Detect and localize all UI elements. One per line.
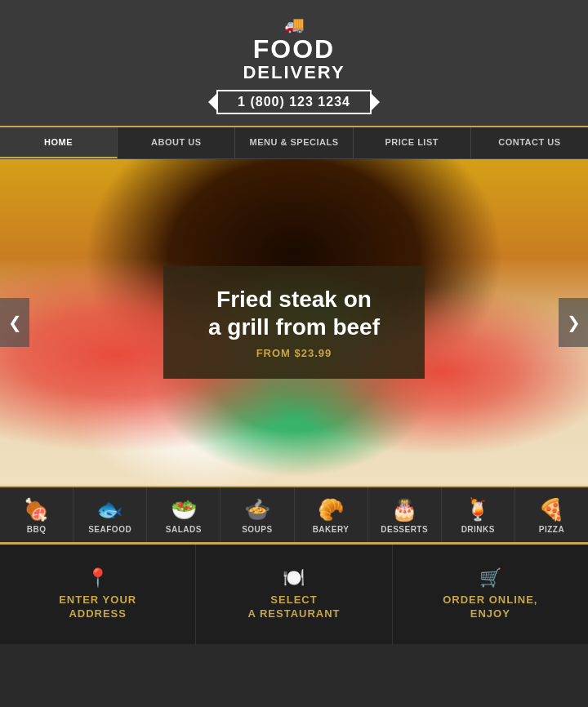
category-bar: 🍖 BBQ 🐟 SEAFOOD 🥗 SALADS 🍲 SOUPS 🥐 BAKER… [0, 486, 588, 542]
address-icon: 📍 [16, 567, 179, 589]
drinks-icon: 🍹 [445, 499, 511, 520]
step-order: 🛒 ORDER ONLINE, ENJOY [393, 545, 588, 644]
cat-salads[interactable]: 🥗 SALADS [147, 487, 220, 542]
cat-salads-label: SALADS [166, 525, 202, 534]
pizza-icon: 🍕 [519, 499, 585, 520]
cat-bakery-label: BAKERY [313, 525, 350, 534]
cat-bbq[interactable]: 🍖 BBQ [0, 487, 74, 542]
hero-prev-button[interactable]: ❮ [0, 298, 29, 347]
cat-desserts-label: DESSERTS [381, 525, 428, 534]
soups-icon: 🍲 [224, 499, 290, 520]
nav-menu[interactable]: MENU & SPECIALS [235, 127, 353, 158]
hero-next-button[interactable]: ❯ [559, 298, 588, 347]
bbq-icon: 🍖 [3, 499, 69, 520]
cat-bbq-label: BBQ [27, 525, 47, 534]
steps-section: 📍 ENTER YOUR ADDRESS 🍽️ SELECT A RESTAUR… [0, 542, 588, 644]
nav-about[interactable]: ABOUT US [118, 127, 235, 158]
order-icon: 🛒 [409, 567, 572, 589]
hero-price: FROM $23.99 [196, 347, 392, 359]
cat-drinks[interactable]: 🍹 DRINKS [442, 487, 515, 542]
site-title-line1: FOOD [0, 36, 588, 62]
cat-drinks-label: DRINKS [461, 525, 495, 534]
desserts-icon: 🎂 [372, 499, 438, 520]
cat-pizza-label: PIZZA [539, 525, 564, 534]
cat-seafood-label: SEAFOOD [88, 525, 131, 534]
cat-pizza[interactable]: 🍕 PIZZA [515, 487, 588, 542]
phone-badge[interactable]: 1 (800) 123 1234 [216, 90, 372, 114]
step-restaurant: 🍽️ SELECT A RESTAURANT [196, 545, 392, 644]
step-address-title: ENTER YOUR ADDRESS [16, 594, 179, 621]
step-restaurant-title: SELECT A RESTAURANT [212, 594, 375, 621]
cat-seafood[interactable]: 🐟 SEAFOOD [74, 487, 147, 542]
cat-bakery[interactable]: 🥐 BAKERY [295, 487, 368, 542]
nav-price[interactable]: PRICE LIST [354, 127, 471, 158]
bakery-icon: 🥐 [298, 499, 364, 520]
site-title-line2: DELIVERY [0, 62, 588, 83]
site-header: 🚚 FOOD DELIVERY 1 (800) 123 1234 [0, 0, 588, 127]
cat-soups-label: SOUPS [242, 525, 273, 534]
main-nav: HOME ABOUT US MENU & SPECIALS PRICE LIST… [0, 127, 588, 159]
cat-desserts[interactable]: 🎂 DESSERTS [368, 487, 442, 542]
step-address: 📍 ENTER YOUR ADDRESS [0, 545, 196, 644]
restaurant-icon: 🍽️ [212, 567, 375, 589]
hero-title: Fried steak on a grill from beef [196, 286, 392, 340]
hero-overlay: Fried steak on a grill from beef FROM $2… [163, 266, 425, 379]
nav-contact[interactable]: CONTACT US [471, 127, 588, 158]
step-order-title: ORDER ONLINE, ENJOY [409, 594, 572, 621]
nav-home[interactable]: HOME [0, 127, 118, 158]
hero-section: ❮ ❯ Fried steak on a grill from beef FRO… [0, 159, 588, 486]
salads-icon: 🥗 [150, 499, 216, 520]
truck-icon: 🚚 [0, 15, 588, 34]
seafood-icon: 🐟 [77, 499, 143, 520]
cat-soups[interactable]: 🍲 SOUPS [220, 487, 294, 542]
